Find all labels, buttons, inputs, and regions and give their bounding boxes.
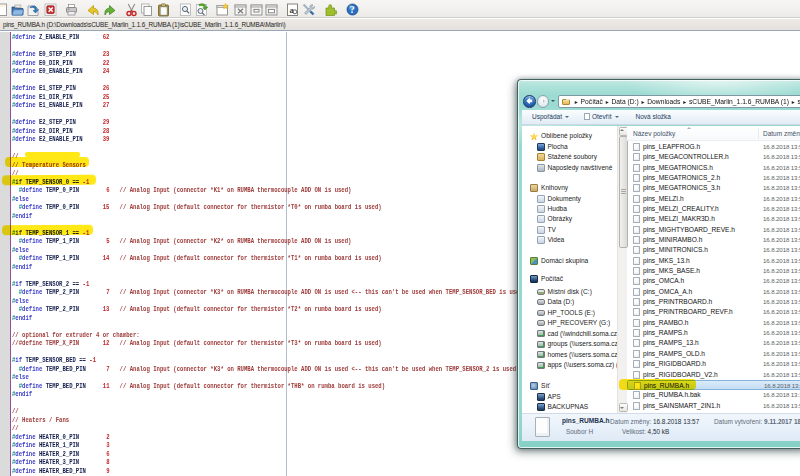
svg-text:?: ?	[349, 4, 354, 15]
svg-text:a: a	[290, 5, 295, 15]
